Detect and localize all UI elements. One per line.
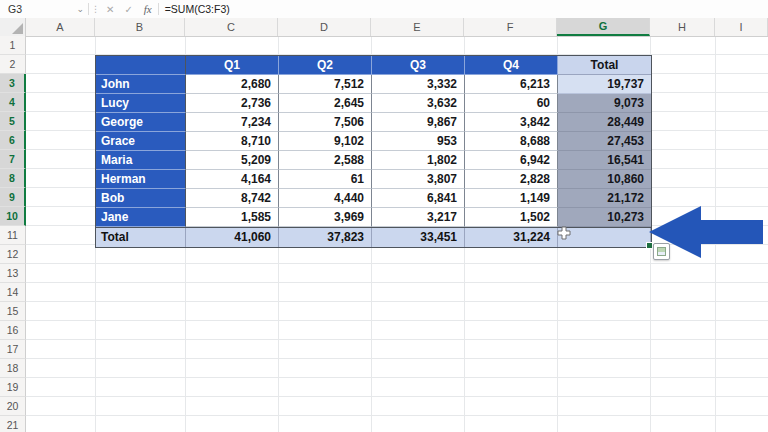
cell-q4[interactable]: 8,688 [465, 132, 558, 151]
cell-q2[interactable]: 7,506 [279, 113, 372, 132]
header-q2[interactable]: Q2 [279, 56, 372, 75]
cell-cursor-plus-icon [557, 226, 571, 240]
cell-name[interactable]: Maria [96, 151, 186, 170]
table-body: John 2,680 7,512 3,332 6,213 19,737 Lucy… [96, 75, 651, 227]
cell-q3[interactable]: 6,841 [372, 189, 465, 208]
row-header[interactable]: 1 [0, 36, 26, 55]
row-header[interactable]: 20 [0, 397, 26, 416]
header-q1[interactable]: Q1 [186, 56, 279, 75]
row-header[interactable]: 15 [0, 302, 26, 321]
total-row-label[interactable]: Total [96, 228, 186, 247]
cell-total-selected[interactable]: 28,449 [558, 113, 651, 132]
cell-total-selected[interactable]: 10,860 [558, 170, 651, 189]
row-header[interactable]: 9 [0, 188, 26, 207]
cell-name[interactable]: Grace [96, 132, 186, 151]
row-header[interactable]: 11 [0, 226, 26, 245]
row-header[interactable]: 18 [0, 359, 26, 378]
cell-q2[interactable]: 2,588 [279, 151, 372, 170]
row-header[interactable]: 14 [0, 283, 26, 302]
cell-name[interactable]: Bob [96, 189, 186, 208]
header-q3[interactable]: Q3 [372, 56, 465, 75]
cell-q2[interactable]: 7,512 [279, 75, 372, 94]
insert-function-icon[interactable]: fx [138, 3, 158, 15]
cell-q3[interactable]: 953 [372, 132, 465, 151]
cell-q4[interactable]: 1,502 [465, 208, 558, 227]
cell-q1[interactable]: 4,164 [186, 170, 279, 189]
column-header[interactable]: C [185, 18, 278, 36]
total-grand-cell[interactable] [558, 228, 651, 247]
cell-q1[interactable]: 8,742 [186, 189, 279, 208]
cell-total-selected[interactable]: 27,453 [558, 132, 651, 151]
row-header[interactable]: 19 [0, 378, 26, 397]
select-all-button[interactable] [0, 18, 26, 36]
cell-q1[interactable]: 5,209 [186, 151, 279, 170]
cell-total-selected[interactable]: 19,737 [558, 75, 651, 94]
header-q4[interactable]: Q4 [465, 56, 558, 75]
cell-q2[interactable]: 4,440 [279, 189, 372, 208]
cell-name[interactable]: Jane [96, 208, 186, 227]
column-header[interactable]: F [464, 18, 557, 36]
cell-q1[interactable]: 2,736 [186, 94, 279, 113]
cell-name[interactable]: Lucy [96, 94, 186, 113]
cell-q3[interactable]: 9,867 [372, 113, 465, 132]
column-header[interactable]: E [371, 18, 464, 36]
column-header[interactable]: D [278, 18, 371, 36]
cell-q2[interactable]: 61 [279, 170, 372, 189]
pointer-arrow-icon [645, 204, 765, 260]
row-header[interactable]: 7 [0, 150, 26, 169]
cell-q2[interactable]: 2,645 [279, 94, 372, 113]
cell-q4[interactable]: 6,942 [465, 151, 558, 170]
name-box-chevron-icon[interactable]: ⌄ [76, 4, 84, 14]
row-header[interactable]: 17 [0, 340, 26, 359]
column-header[interactable]: B [95, 18, 185, 36]
row-header[interactable]: 8 [0, 169, 26, 188]
cell-q4[interactable]: 6,213 [465, 75, 558, 94]
column-header[interactable]: H [650, 18, 715, 36]
row-header[interactable]: 10 [0, 207, 26, 226]
cell-q1[interactable]: 1,585 [186, 208, 279, 227]
cell-name[interactable]: George [96, 113, 186, 132]
row-header[interactable]: 13 [0, 264, 26, 283]
cell-name[interactable]: John [96, 75, 186, 94]
cell-q3[interactable]: 3,807 [372, 170, 465, 189]
row-header[interactable]: 2 [0, 55, 26, 74]
cell-q1[interactable]: 2,680 [186, 75, 279, 94]
cell-total-selected[interactable]: 21,172 [558, 189, 651, 208]
total-q2[interactable]: 37,823 [279, 228, 372, 247]
cell-q2[interactable]: 9,102 [279, 132, 372, 151]
column-header[interactable]: A [26, 18, 95, 36]
row-header[interactable]: 12 [0, 245, 26, 264]
row-header[interactable]: 6 [0, 131, 26, 150]
column-header[interactable]: I [715, 18, 768, 36]
total-q3[interactable]: 33,451 [372, 228, 465, 247]
row-header[interactable]: 21 [0, 416, 26, 432]
formula-input[interactable]: =SUM(C3:F3) [159, 3, 230, 15]
cancel-icon[interactable]: ✕ [101, 4, 119, 15]
cell-total-selected[interactable]: 10,273 [558, 208, 651, 227]
cell-name[interactable]: Herman [96, 170, 186, 189]
cell-total-selected[interactable]: 9,073 [558, 94, 651, 113]
cell-q1[interactable]: 7,234 [186, 113, 279, 132]
cell-q4[interactable]: 2,828 [465, 170, 558, 189]
cell-q4[interactable]: 60 [465, 94, 558, 113]
row-header[interactable]: 4 [0, 93, 26, 112]
row-header[interactable]: 5 [0, 112, 26, 131]
total-q1[interactable]: 41,060 [186, 228, 279, 247]
cell-total-selected[interactable]: 16,541 [558, 151, 651, 170]
cell-q3[interactable]: 3,332 [372, 75, 465, 94]
cell-q4[interactable]: 1,149 [465, 189, 558, 208]
cell-q3[interactable]: 3,217 [372, 208, 465, 227]
header-total[interactable]: Total [558, 56, 651, 75]
enter-icon[interactable]: ✓ [119, 4, 137, 15]
column-header[interactable]: G [557, 18, 650, 36]
row-header[interactable]: 16 [0, 321, 26, 340]
cell-q1[interactable]: 8,710 [186, 132, 279, 151]
row-header[interactable]: 3 [0, 74, 26, 93]
name-box[interactable]: G3 ⌄ [0, 0, 88, 18]
cell-q4[interactable]: 3,842 [465, 113, 558, 132]
total-q4[interactable]: 31,224 [465, 228, 558, 247]
cell-q3[interactable]: 1,802 [372, 151, 465, 170]
cell-q3[interactable]: 3,632 [372, 94, 465, 113]
cell-b2-corner[interactable] [96, 56, 186, 75]
cell-q2[interactable]: 3,969 [279, 208, 372, 227]
